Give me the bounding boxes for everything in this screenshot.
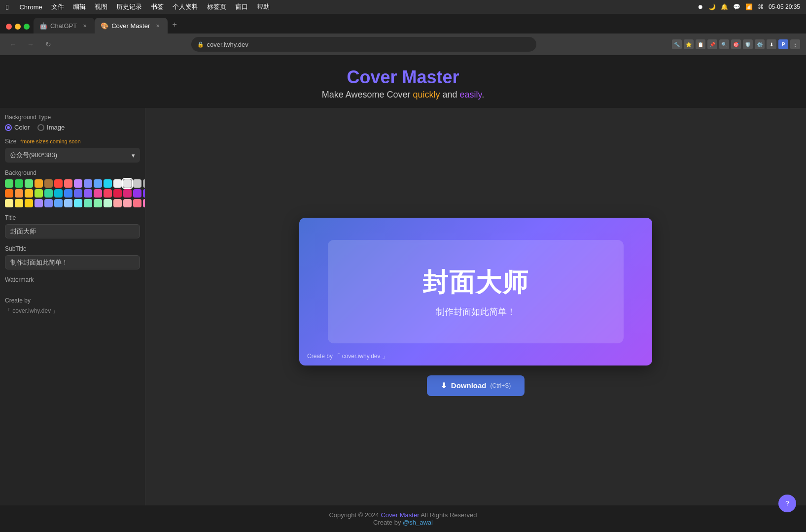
tab-covermaster[interactable]: 🎨 Cover Master ✕ — [95, 18, 168, 33]
footer-text: Copyright © 2024 — [329, 511, 381, 519]
minimize-button[interactable] — [15, 24, 21, 30]
watermark-label: Watermark — [5, 276, 140, 283]
ext-1-icon[interactable]: 🔧 — [672, 39, 682, 49]
nightmode-icon: 🌙 — [708, 3, 716, 10]
color-swatch[interactable] — [113, 179, 122, 188]
subtitle-post: . — [482, 90, 484, 100]
menu-file[interactable]: 文件 — [51, 2, 64, 11]
cover-preview: 封面大师 制作封面如此简单！ Create by 「 cover.iwhy.de… — [299, 218, 652, 366]
menu-tabs[interactable]: 标签页 — [207, 2, 226, 11]
ext-6-icon[interactable]: 🛡️ — [743, 39, 753, 49]
color-swatch[interactable] — [104, 179, 112, 188]
color-swatch[interactable] — [74, 199, 82, 207]
color-swatch[interactable] — [123, 189, 132, 198]
ext-profile-icon[interactable]: P — [778, 39, 788, 49]
color-swatch[interactable] — [64, 199, 72, 207]
tab-covermaster-close-icon[interactable]: ✕ — [154, 22, 162, 30]
color-swatch[interactable] — [44, 179, 53, 188]
color-radio-option[interactable]: Color — [5, 124, 30, 131]
footer-link[interactable]: Cover Master — [381, 511, 419, 519]
color-swatch[interactable] — [113, 199, 122, 207]
color-swatch[interactable] — [123, 179, 132, 188]
forward-button[interactable]: → — [24, 37, 37, 51]
menu-window[interactable]: 窗口 — [235, 2, 248, 11]
url-bar[interactable]: 🔒 cover.iwhy.dev — [191, 37, 536, 52]
refresh-button[interactable]: ↻ — [41, 37, 55, 51]
color-swatch[interactable] — [94, 179, 102, 188]
menu-history[interactable]: 历史记录 — [116, 2, 142, 11]
menu-bookmarks[interactable]: 书签 — [151, 2, 164, 11]
color-swatch[interactable] — [5, 199, 13, 207]
color-swatch[interactable] — [133, 189, 141, 198]
color-swatch[interactable] — [54, 189, 63, 198]
color-swatch[interactable] — [54, 199, 63, 207]
subtitle-mid: and — [440, 90, 460, 100]
menu-profile[interactable]: 个人资料 — [173, 2, 198, 11]
background-label: Background — [5, 169, 140, 176]
color-swatch[interactable] — [25, 199, 33, 207]
color-swatch[interactable] — [5, 179, 13, 188]
title-input[interactable] — [5, 224, 140, 238]
color-swatch[interactable] — [84, 199, 92, 207]
color-swatch[interactable] — [15, 179, 23, 188]
ext-more-icon[interactable]: ⋮ — [790, 39, 800, 49]
footer-author[interactable]: @sh_awai — [403, 519, 433, 526]
footer-line-2: Create by @sh_awai — [6, 519, 800, 526]
image-radio-option[interactable]: Image — [37, 124, 65, 131]
new-tab-button[interactable]: + — [168, 18, 181, 32]
color-swatch[interactable] — [74, 189, 82, 198]
subtitle-input[interactable] — [5, 255, 140, 269]
maximize-button[interactable] — [24, 24, 30, 30]
color-swatch[interactable] — [94, 189, 102, 198]
back-button[interactable]: ← — [6, 37, 20, 51]
ext-download-icon[interactable]: ⬇ — [767, 39, 776, 49]
size-selector[interactable]: 公众号(900*383) ▾ — [5, 148, 140, 163]
color-swatch[interactable] — [15, 199, 23, 207]
color-swatch[interactable] — [44, 189, 53, 198]
color-swatch[interactable] — [64, 179, 72, 188]
color-swatch[interactable] — [104, 189, 112, 198]
menu-view[interactable]: 视图 — [95, 2, 107, 11]
color-swatch[interactable] — [44, 199, 53, 207]
color-swatch[interactable] — [5, 189, 13, 198]
color-swatch[interactable] — [113, 189, 122, 198]
color-swatch[interactable] — [133, 179, 141, 188]
image-radio-label: Image — [47, 124, 65, 131]
ext-star-icon[interactable]: ⭐ — [684, 39, 694, 49]
color-swatch[interactable] — [94, 199, 102, 207]
color-swatch[interactable] — [35, 189, 43, 198]
color-swatch[interactable] — [25, 189, 33, 198]
tab-chatgpt[interactable]: 🤖 ChatGPT ✕ — [34, 18, 95, 33]
color-swatch[interactable] — [15, 189, 23, 198]
color-swatch[interactable] — [74, 179, 82, 188]
ext-7-icon[interactable]: ⚙️ — [755, 39, 765, 49]
ext-2-icon[interactable]: 📋 — [696, 39, 705, 49]
color-swatch[interactable] — [25, 179, 33, 188]
menu-chrome[interactable]: Chrome — [19, 3, 42, 11]
subtitle-pre: Make Awesome Cover — [322, 90, 413, 100]
color-swatch[interactable] — [35, 179, 43, 188]
browser-window: 🤖 ChatGPT ✕ 🎨 Cover Master ✕ + ← → ↻ 🔒 c… — [0, 14, 806, 532]
color-swatch[interactable] — [123, 199, 132, 207]
color-swatch[interactable] — [133, 199, 141, 207]
download-button[interactable]: ⬇ Download (Ctrl+S) — [427, 375, 525, 396]
ext-4-icon[interactable]: 🔍 — [719, 39, 729, 49]
color-swatch[interactable] — [84, 179, 92, 188]
color-swatch[interactable] — [35, 199, 43, 207]
color-swatch[interactable] — [64, 189, 72, 198]
ext-3-icon[interactable]: 📌 — [707, 39, 717, 49]
menu-help[interactable]: 帮助 — [257, 2, 270, 11]
color-swatch[interactable] — [54, 179, 63, 188]
tab-chatgpt-close-icon[interactable]: ✕ — [81, 22, 89, 30]
close-button[interactable] — [6, 24, 12, 30]
color-swatch[interactable] — [84, 189, 92, 198]
menu-edit[interactable]: 编辑 — [73, 2, 86, 11]
color-grid — [5, 179, 140, 207]
color-swatch[interactable] — [104, 199, 112, 207]
record-icon: ⏺ — [698, 3, 703, 10]
subtitle-section: SubTitle — [5, 245, 140, 269]
size-section: Size *more sizes coming soon 公众号(900*383… — [5, 138, 140, 163]
chevron-down-icon: ▾ — [132, 152, 135, 159]
ext-5-icon[interactable]: 🎯 — [731, 39, 741, 49]
floating-help-button[interactable]: ? — [778, 495, 796, 512]
